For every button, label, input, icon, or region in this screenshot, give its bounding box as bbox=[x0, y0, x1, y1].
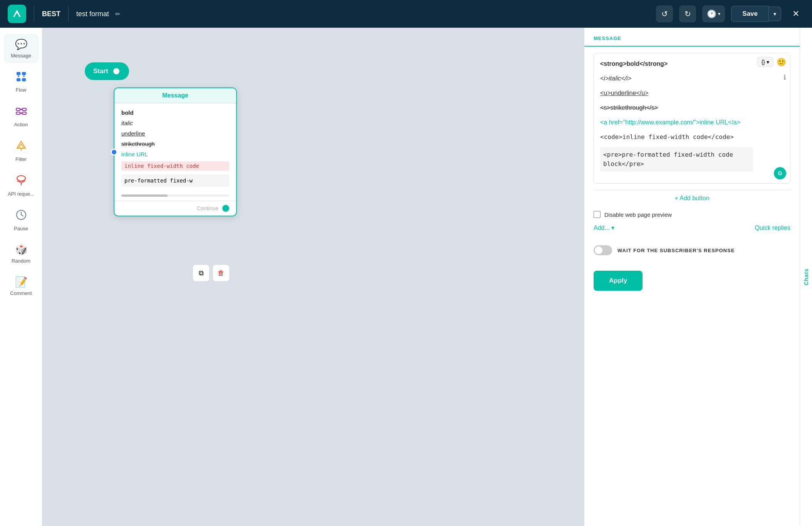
node-connector-left bbox=[111, 149, 117, 156]
svg-rect-2 bbox=[17, 78, 20, 81]
sidebar-item-random-label: Random bbox=[12, 258, 30, 264]
sidebar-item-action-label: Action bbox=[14, 122, 28, 127]
canvas[interactable]: Start Message bold italic underline stri… bbox=[42, 28, 584, 526]
sidebar-item-pause[interactable]: Pause bbox=[4, 204, 39, 236]
message-node[interactable]: Message bold italic underline strikethro… bbox=[114, 87, 237, 216]
message-icon: 💬 bbox=[15, 39, 27, 50]
start-label: Start bbox=[93, 67, 108, 75]
start-node-connector bbox=[112, 67, 121, 75]
editor-line-1: <strong>bold</strong> bbox=[600, 59, 753, 69]
message-node-footer: Continue bbox=[114, 201, 236, 216]
msg-bold: bold bbox=[121, 109, 229, 116]
message-content: <strong>bold</strong> <i>italic</i> <u>u… bbox=[600, 59, 784, 172]
edit-flow-name-icon[interactable]: ✏ bbox=[115, 10, 120, 18]
api-icon bbox=[15, 174, 27, 189]
editor-line-7: <pre>pre-formatted fixed-width code bloc… bbox=[600, 147, 753, 172]
msg-underline: underline bbox=[121, 130, 229, 137]
svg-rect-1 bbox=[22, 72, 26, 75]
comment-icon: 📝 bbox=[15, 276, 27, 288]
msg-link: inline URL bbox=[121, 151, 229, 157]
info-button[interactable]: ℹ bbox=[783, 73, 786, 82]
svg-point-5 bbox=[23, 75, 25, 77]
svg-rect-6 bbox=[16, 108, 20, 111]
apply-button[interactable]: Apply bbox=[594, 271, 643, 291]
main-layout: 💬 Message Flow bbox=[0, 28, 812, 526]
node-scrollbar bbox=[121, 194, 229, 197]
add-dropdown-button[interactable]: Add... ▾ bbox=[594, 224, 614, 231]
sidebar-item-filter[interactable]: Filter bbox=[4, 135, 39, 167]
random-icon: 🎲 bbox=[15, 244, 27, 256]
emoji-button[interactable]: 🙂 bbox=[777, 57, 786, 67]
save-button[interactable]: Save bbox=[731, 6, 769, 22]
chats-side-tab[interactable]: Chats bbox=[800, 28, 812, 526]
disable-preview-row: Disable web page preview bbox=[594, 211, 790, 218]
add-button-row[interactable]: + Add button bbox=[594, 190, 790, 206]
sidebar-item-filter-label: Filter bbox=[15, 156, 27, 162]
delete-node-button[interactable]: 🗑 bbox=[213, 265, 230, 281]
undo-icon: ↺ bbox=[661, 9, 668, 18]
undo-button[interactable]: ↺ bbox=[656, 5, 673, 22]
svg-point-11 bbox=[20, 112, 22, 114]
add-quick-replies-row: Add... ▾ Quick replies bbox=[594, 224, 790, 231]
start-node[interactable]: Start bbox=[85, 62, 129, 80]
sidebar-item-random[interactable]: 🎲 Random bbox=[4, 239, 39, 268]
continue-label: Continue bbox=[197, 205, 218, 211]
sidebar-item-api[interactable]: API reque... bbox=[4, 170, 39, 201]
redo-button[interactable]: ↻ bbox=[679, 5, 696, 22]
flow-icon bbox=[15, 71, 27, 85]
disable-preview-label: Disable web page preview bbox=[604, 211, 672, 218]
history-chevron: ▾ bbox=[718, 11, 720, 17]
toggle-knob bbox=[595, 246, 602, 254]
quick-replies-button[interactable]: Quick replies bbox=[755, 224, 790, 231]
msg-code: inline fixed-width code bbox=[121, 161, 229, 171]
disable-preview-checkbox[interactable] bbox=[594, 211, 601, 218]
message-editor[interactable]: {} ▾ 🙂 ℹ <strong>bold</strong> <i>italic… bbox=[594, 53, 790, 184]
close-button[interactable]: ✕ bbox=[787, 5, 804, 22]
right-panel-header: MESSAGE bbox=[584, 28, 800, 47]
redo-icon: ↻ bbox=[684, 9, 691, 18]
svg-point-10 bbox=[20, 109, 22, 110]
code-icon: {} bbox=[762, 59, 765, 65]
svg-rect-9 bbox=[22, 112, 26, 114]
topbar-divider bbox=[34, 6, 34, 22]
add-button-label: + Add button bbox=[674, 195, 709, 201]
wait-response-row: WAIT FOR THE SUBSCRIBER'S RESPONSE bbox=[594, 239, 790, 261]
svg-rect-3 bbox=[22, 78, 26, 81]
sidebar-item-api-label: API reque... bbox=[8, 191, 34, 197]
copy-node-button[interactable]: ⧉ bbox=[193, 265, 210, 281]
editor-toolbar: {} ▾ 🙂 bbox=[757, 57, 786, 67]
right-panel-body: {} ▾ 🙂 ℹ <strong>bold</strong> <i>italic… bbox=[584, 47, 800, 526]
editor-line-3: <u>underline</u> bbox=[600, 89, 753, 98]
topbar: BEST test format ✏ ↺ ↻ 🕐 ▾ Save ▾ ✕ bbox=[0, 0, 812, 28]
right-panel: MESSAGE {} ▾ 🙂 ℹ <stro bbox=[584, 28, 800, 526]
filter-icon bbox=[15, 140, 27, 154]
sidebar-item-flow[interactable]: Flow bbox=[4, 66, 39, 97]
right-panel-title: MESSAGE bbox=[594, 35, 790, 41]
message-node-header: Message bbox=[114, 88, 236, 103]
message-node-body: bold italic underline strikethrough inli… bbox=[114, 103, 236, 193]
sidebar-item-pause-label: Pause bbox=[14, 226, 28, 231]
wait-response-toggle[interactable] bbox=[594, 245, 612, 255]
editor-line-4: <s>strikethrough</s> bbox=[600, 103, 753, 112]
sidebar-item-action[interactable]: Action bbox=[4, 101, 39, 132]
grammarly-icon: G bbox=[774, 167, 786, 179]
chats-label: Chats bbox=[803, 268, 809, 285]
code-toggle-button[interactable]: {} ▾ bbox=[757, 57, 773, 67]
editor-line-2: <i>italic</i> bbox=[600, 74, 753, 83]
sidebar-item-comment[interactable]: 📝 Comment bbox=[4, 271, 39, 301]
topbar-divider2 bbox=[68, 6, 69, 22]
svg-marker-12 bbox=[17, 141, 25, 148]
svg-rect-8 bbox=[16, 112, 20, 114]
save-dropdown-button[interactable]: ▾ bbox=[769, 7, 781, 21]
right-panel-wrapper: MESSAGE {} ▾ 🙂 ℹ <stro bbox=[584, 28, 812, 526]
sidebar-item-message[interactable]: 💬 Message bbox=[4, 34, 39, 63]
add-chevron-icon: ▾ bbox=[611, 224, 614, 231]
code-dropdown-icon: ▾ bbox=[767, 59, 769, 65]
history-button[interactable]: 🕐 ▾ bbox=[702, 5, 725, 22]
msg-italic: italic bbox=[121, 120, 229, 126]
node-scrollbar-inner bbox=[121, 194, 168, 197]
node-actions: ⧉ 🗑 bbox=[193, 265, 230, 281]
add-label: Add... bbox=[594, 224, 610, 231]
action-icon bbox=[15, 105, 27, 119]
continue-dot bbox=[222, 205, 229, 212]
